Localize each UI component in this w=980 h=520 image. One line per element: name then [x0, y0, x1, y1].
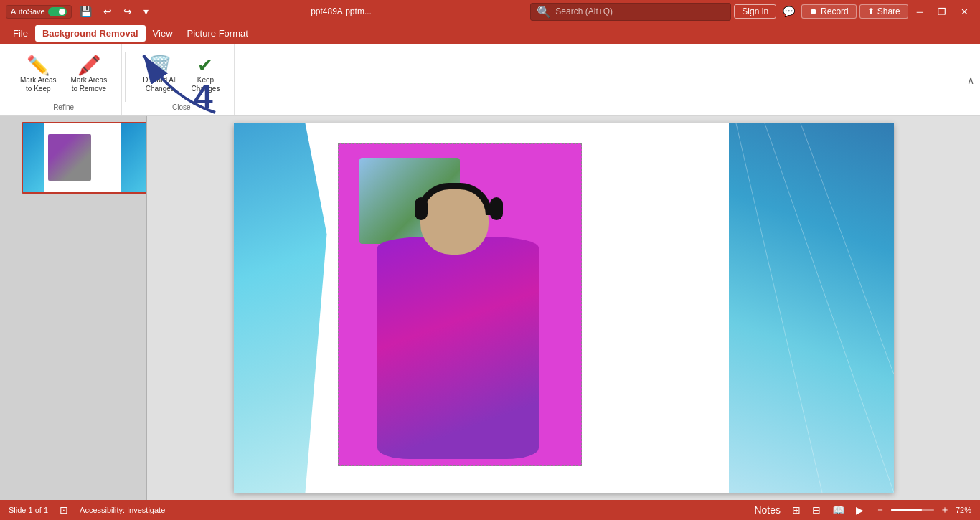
ribbon-buttons-refine: ✏️ Mark Areasto Keep 🖍️ Mark Areasto Rem…: [14, 49, 113, 100]
record-button[interactable]: ⏺ Record: [801, 4, 857, 19]
redo-button[interactable]: ↪: [120, 4, 136, 19]
record-icon: ⏺: [809, 6, 818, 16]
slide-info: Slide 1 of 1: [9, 506, 48, 514]
svg-line-3: [736, 123, 822, 493]
title-bar-center: ppt489A.pptm...: [152, 6, 531, 16]
share-icon: ⬆: [867, 6, 875, 16]
ribbon-group-close: 🗑️ Discard AllChanges ✔ KeepChanges Clos…: [128, 44, 235, 115]
slide-thumb-content: [23, 123, 147, 192]
zoom-slider-fill: [891, 509, 922, 511]
save-button[interactable]: 💾: [76, 4, 95, 19]
zoom-control: － ＋ 72%: [872, 502, 971, 518]
discard-all-changes-button[interactable]: 🗑️ Discard AllChanges: [137, 53, 182, 96]
keep-label: KeepChanges: [191, 76, 220, 93]
mark-areas-to-keep-button[interactable]: ✏️ Mark Areasto Keep: [14, 53, 62, 96]
ribbon: 4 ✏️ Mark Areasto Keep 🖍️ Mark Areasto R…: [0, 44, 980, 116]
mark-remove-icon: 🖍️: [77, 56, 100, 75]
title-bar-left: AutoSave 💾 ↩ ↪ ▾: [6, 4, 152, 19]
mark-keep-label: Mark Areasto Keep: [20, 76, 57, 93]
autosave-toggle-pill[interactable]: [48, 7, 67, 16]
thumb-image: [48, 134, 91, 181]
close-group-label: Close: [172, 100, 191, 111]
mark-remove-label: Mark Areasto Remove: [71, 76, 108, 93]
headphone-left-cup: [415, 197, 428, 220]
search-box[interactable]: 🔍: [530, 3, 731, 21]
status-left: Slide 1 of 1 ⊡ Accessibility: Investigat…: [9, 503, 165, 517]
search-input[interactable]: [555, 6, 713, 16]
slide-sorter-button[interactable]: ⊟: [809, 503, 824, 517]
slide-deco-left: [234, 123, 327, 493]
slide-panel-toggle[interactable]: ⊡: [57, 503, 71, 517]
share-button[interactable]: ⬆ Share: [859, 4, 908, 19]
menu-item-file[interactable]: File: [6, 25, 35, 42]
zoom-out-button[interactable]: －: [872, 502, 888, 518]
headphone-right-cup: [490, 197, 503, 220]
keep-icon: ✔: [197, 56, 213, 75]
record-label: Record: [821, 6, 849, 16]
main-layout: 1: [0, 116, 980, 500]
slide-panel: 1: [0, 116, 147, 500]
minimize-button[interactable]: ─: [911, 5, 929, 19]
refine-group-label: Refine: [53, 100, 74, 111]
menu-item-picture-format[interactable]: Picture Format: [180, 25, 255, 42]
mark-keep-icon: ✏️: [27, 56, 50, 75]
deco-lines-svg: [729, 123, 894, 493]
svg-line-1: [765, 123, 894, 493]
title-bar: AutoSave 💾 ↩ ↪ ▾ ppt489A.pptm... 🔍 Sign …: [0, 0, 980, 23]
search-icon: 🔍: [537, 5, 551, 19]
bg-removal-image[interactable]: [338, 143, 582, 466]
mark-areas-to-remove-button[interactable]: 🖍️ Mark Areasto Remove: [65, 53, 113, 96]
svg-line-2: [801, 123, 894, 374]
discard-icon: 🗑️: [149, 56, 171, 75]
keep-changes-button[interactable]: ✔ KeepChanges: [185, 53, 225, 96]
status-bar: Slide 1 of 1 ⊡ Accessibility: Investigat…: [0, 500, 980, 520]
slide-canvas[interactable]: [234, 123, 894, 493]
ribbon-collapse-button[interactable]: ∧: [967, 75, 974, 86]
accessibility-info: Accessibility: Investigate: [80, 506, 165, 514]
ribbon-buttons-close: 🗑️ Discard AllChanges ✔ KeepChanges: [137, 49, 225, 100]
ribbon-separator: [125, 52, 126, 102]
menu-bar: File Background Removal View Picture For…: [0, 23, 980, 44]
share-label: Share: [877, 6, 900, 16]
autosave-toggle[interactable]: AutoSave: [6, 5, 72, 19]
slide-show-button[interactable]: ▶: [853, 503, 867, 517]
customize-qat-button[interactable]: ▾: [140, 4, 152, 19]
reading-view-button[interactable]: 📖: [829, 503, 847, 517]
zoom-in-button[interactable]: ＋: [937, 502, 953, 518]
notes-button[interactable]: Notes: [751, 503, 783, 517]
thumb-blue-left: [23, 123, 44, 192]
slide-deco-right: [729, 123, 894, 493]
thumb-blue-right: [121, 123, 147, 192]
restore-button[interactable]: ❐: [932, 5, 952, 19]
autosave-label: AutoSave: [11, 7, 45, 16]
blue-left-shape: [234, 123, 327, 493]
undo-button[interactable]: ↩: [100, 4, 116, 19]
signin-button[interactable]: Sign in: [734, 4, 776, 19]
person-body: [377, 237, 539, 459]
menu-item-view[interactable]: View: [146, 25, 180, 42]
normal-view-button[interactable]: ⊞: [789, 503, 804, 517]
ribbon-group-refine: ✏️ Mark Areasto Keep 🖍️ Mark Areasto Rem…: [6, 44, 122, 115]
zoom-percent: 72%: [956, 506, 971, 514]
file-title: ppt489A.pptm...: [311, 6, 372, 16]
notes-label: Notes: [754, 504, 781, 516]
title-bar-right: 🔍 Sign in 💬 ⏺ Record ⬆ Share ─ ❐ ✕: [530, 3, 974, 21]
close-button[interactable]: ✕: [955, 5, 974, 19]
slide-list: 1: [6, 122, 141, 194]
canvas-area: [147, 116, 980, 500]
menu-item-background-removal[interactable]: Background Removal: [35, 25, 146, 42]
comments-button[interactable]: 💬: [779, 4, 798, 19]
zoom-slider[interactable]: [891, 509, 934, 511]
discard-label: Discard AllChanges: [143, 76, 176, 93]
slide-thumbnail[interactable]: [22, 122, 147, 194]
status-right: Notes ⊞ ⊟ 📖 ▶ － ＋ 72%: [751, 502, 971, 518]
